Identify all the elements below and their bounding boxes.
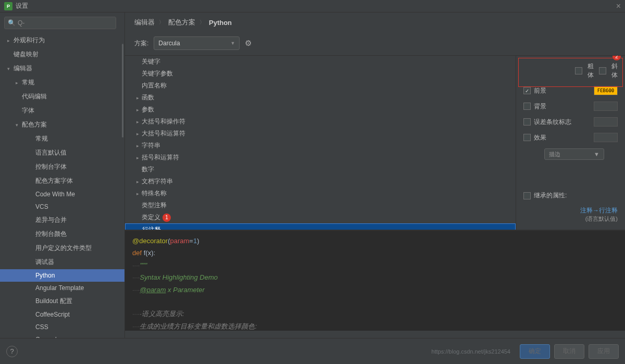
sidebar-item[interactable]: 常规: [0, 132, 124, 146]
background-swatch[interactable]: [594, 102, 618, 111]
app-icon: P: [4, 2, 12, 10]
options-panel: 2 粗体 斜体 前景 FEB600 背景: [516, 56, 625, 230]
scrollbar[interactable]: [122, 44, 123, 137]
attribute-item[interactable]: 类型注释: [125, 199, 516, 211]
sidebar-item[interactable]: CoffeeScript: [0, 308, 124, 321]
sidebar-item[interactable]: Buildout 配置: [0, 294, 124, 308]
attribute-item[interactable]: 数字: [125, 164, 516, 175]
effect-type-select[interactable]: 描边 ▼: [544, 148, 604, 160]
watermark: https://blog.csdn.net/jks212454: [431, 348, 510, 355]
annotation-badge-1: 1: [162, 214, 171, 222]
chevron-right-icon: 〉: [199, 19, 205, 26]
ok-button[interactable]: 确定: [520, 344, 550, 359]
sidebar-item[interactable]: 控制台字体: [0, 160, 124, 174]
attribute-item[interactable]: 关键字: [125, 56, 516, 68]
scheme-select[interactable]: Darcula ▼: [154, 36, 240, 50]
sidebar-item[interactable]: 代码编辑: [0, 90, 124, 104]
sidebar-item[interactable]: 控制台颜色: [0, 227, 124, 241]
search-icon: 🔍: [8, 19, 16, 27]
settings-sidebar: 🔍 Q- 外观和行为键盘映射编辑器常规代码编辑字体配色方案常规语言默认值控制台字…: [0, 12, 125, 338]
sidebar-item[interactable]: 调试器: [0, 255, 124, 269]
sidebar-item[interactable]: 字体: [0, 104, 124, 118]
sidebar-item[interactable]: 配色方案字体: [0, 174, 124, 188]
attribute-item[interactable]: 字符串: [125, 140, 516, 152]
help-button[interactable]: ?: [6, 346, 18, 357]
effects-checkbox[interactable]: [523, 134, 531, 141]
attribute-item[interactable]: 类定义1: [125, 211, 516, 223]
background-checkbox[interactable]: [523, 103, 531, 110]
attribute-item[interactable]: 大括号和运算符: [125, 128, 516, 140]
sidebar-item[interactable]: 配色方案: [0, 118, 124, 132]
sidebar-item[interactable]: Cucumber: [0, 333, 124, 338]
window-title: 设置: [16, 2, 28, 10]
italic-checkbox[interactable]: [599, 67, 606, 74]
attribute-item[interactable]: 大括号和操作符: [125, 116, 516, 128]
attribute-item[interactable]: 行注释: [125, 223, 516, 230]
breadcrumb: 编辑器 〉 配色方案 〉 Python: [125, 12, 625, 32]
error-stripe-swatch[interactable]: [594, 117, 618, 127]
attribute-item[interactable]: 关键字参数: [125, 68, 516, 80]
effects-swatch[interactable]: [594, 133, 618, 142]
foreground-checkbox[interactable]: [523, 87, 531, 94]
inherit-link[interactable]: 注释→行注释: [580, 207, 618, 214]
sidebar-item[interactable]: 差异与合并: [0, 213, 124, 227]
bold-checkbox[interactable]: [575, 67, 582, 74]
code-preview: @decorator(param=1) def f(x): ····""" ··…: [125, 230, 625, 331]
sidebar-item[interactable]: 语言默认值: [0, 146, 124, 160]
sidebar-item[interactable]: 键盘映射: [0, 47, 124, 61]
search-input[interactable]: 🔍 Q-: [4, 17, 116, 29]
scheme-label: 方案:: [134, 39, 148, 48]
apply-button[interactable]: 应用: [589, 344, 619, 359]
sidebar-item[interactable]: Angular Template: [0, 282, 124, 294]
attribute-item[interactable]: 文档字符串: [125, 175, 516, 187]
sidebar-item[interactable]: VCS: [0, 200, 124, 213]
sidebar-item[interactable]: Python: [0, 269, 124, 282]
settings-tree[interactable]: 外观和行为键盘映射编辑器常规代码编辑字体配色方案常规语言默认值控制台字体配色方案…: [0, 33, 124, 338]
attribute-item[interactable]: 特殊名称: [125, 187, 516, 199]
chevron-down-icon: ▼: [230, 41, 235, 46]
chevron-down-icon: ▼: [594, 151, 599, 157]
attribute-item[interactable]: 参数: [125, 104, 516, 116]
sidebar-item[interactable]: 用户定义的文件类型: [0, 241, 124, 255]
cancel-button[interactable]: 取消: [554, 344, 584, 359]
close-icon[interactable]: ×: [616, 2, 621, 11]
chevron-right-icon: 〉: [159, 19, 164, 26]
sidebar-item[interactable]: 外观和行为: [0, 33, 124, 47]
sidebar-item[interactable]: 编辑器: [0, 61, 124, 76]
foreground-swatch[interactable]: FEB600: [594, 86, 618, 95]
sidebar-item[interactable]: CSS: [0, 321, 124, 333]
inherit-checkbox[interactable]: [523, 192, 531, 199]
attribute-list[interactable]: 关键字关键字参数内置名称函数参数大括号和操作符大括号和运算符字符串括号和运算符数…: [125, 56, 516, 230]
gear-icon[interactable]: ⚙: [245, 39, 252, 48]
error-stripe-checkbox[interactable]: [523, 118, 531, 125]
annotation-badge-2: 2: [612, 56, 621, 60]
attribute-item[interactable]: 括号和运算符: [125, 152, 516, 164]
attribute-item[interactable]: 内置名称: [125, 80, 516, 92]
attribute-item[interactable]: 函数: [125, 92, 516, 104]
sidebar-item[interactable]: 常规: [0, 76, 124, 90]
sidebar-item[interactable]: Code With Me: [0, 188, 124, 200]
